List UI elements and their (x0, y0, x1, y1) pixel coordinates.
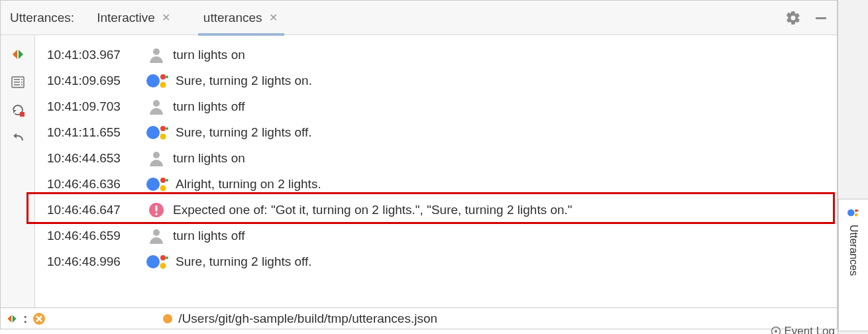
tab-utterances[interactable]: utterances ✕ (201, 1, 282, 35)
tab-bar: Utterances: Interactive ✕ utterances ✕ (1, 1, 837, 35)
svg-rect-8 (20, 112, 25, 117)
svg-point-26 (155, 213, 157, 215)
svg-point-12 (160, 82, 166, 87)
status-bar: : /Users/git/gh-sample/build/tmp/utteran… (0, 308, 838, 329)
svg-point-16 (160, 126, 166, 131)
user-icon (145, 149, 168, 168)
svg-point-11 (160, 74, 166, 80)
svg-point-5 (21, 79, 23, 80)
log-row[interactable]: 10:46:46.659 turn lights off (47, 223, 832, 249)
log-row[interactable]: 10:46:48.996 Sure, turning 2 lights off. (47, 249, 832, 274)
user-icon (145, 97, 168, 116)
status-path: /Users/git/gh-sample/build/tmp/utterance… (178, 311, 437, 326)
svg-point-28 (146, 255, 160, 268)
log-message: turn lights off (173, 99, 244, 114)
log-message: turn lights on (173, 48, 245, 62)
log-row[interactable]: 10:41:09.695 Sure, turning 2 lights on. (47, 68, 832, 93)
log-message: Sure, turning 2 lights on. (176, 74, 312, 88)
log-row[interactable]: 10:41:11.655 Sure, turning 2 lights off. (47, 119, 832, 145)
svg-point-35 (855, 209, 857, 212)
minimize-icon[interactable] (814, 11, 828, 25)
assistant-icon (145, 71, 170, 91)
panel-content: 10:41:03.967 turn lights on10:41:09.695 … (1, 35, 837, 307)
panel-title: Utterances: (10, 11, 74, 25)
close-icon[interactable]: ✕ (160, 13, 172, 23)
assistant-icon (145, 123, 170, 142)
log-area[interactable]: 10:41:03.967 turn lights on10:41:09.695 … (35, 35, 837, 307)
status-colon: : (23, 311, 27, 326)
log-row[interactable]: 10:46:46.647 Expected one of: "Got it, t… (47, 197, 832, 223)
svg-point-22 (160, 185, 166, 191)
svg-point-33 (163, 314, 172, 323)
svg-point-7 (21, 84, 23, 85)
layout-icon[interactable] (11, 75, 25, 89)
log-timestamp: 10:46:48.996 (47, 254, 140, 269)
svg-rect-25 (156, 205, 158, 211)
log-timestamp: 10:46:46.647 (47, 203, 140, 217)
toolbar-gutter (1, 35, 35, 307)
svg-point-37 (857, 210, 859, 211)
undo-icon[interactable] (11, 131, 25, 145)
svg-point-15 (146, 126, 160, 139)
status-close-icon[interactable] (32, 312, 46, 325)
log-timestamp: 10:46:44.653 (47, 151, 140, 166)
log-row[interactable]: 10:41:09.703 turn lights off (47, 93, 832, 119)
gear-icon[interactable] (785, 10, 801, 26)
svg-rect-0 (816, 17, 826, 19)
assistant-icon (145, 174, 170, 194)
svg-point-23 (166, 179, 168, 182)
log-message: Sure, turning 2 lights off. (176, 125, 312, 140)
tab-label: utterances (203, 11, 262, 25)
svg-point-27 (153, 229, 160, 236)
svg-point-39 (775, 330, 777, 333)
log-row[interactable]: 10:41:03.967 turn lights on (47, 42, 832, 68)
svg-point-9 (153, 48, 160, 55)
log-timestamp: 10:41:09.695 (47, 74, 140, 88)
event-log-button[interactable]: Event Log (771, 325, 835, 334)
utterances-panel: Utterances: Interactive ✕ utterances ✕ (0, 0, 838, 308)
assistant-icon (145, 252, 170, 272)
svg-point-13 (166, 76, 168, 78)
svg-point-36 (855, 213, 858, 217)
svg-point-31 (166, 256, 168, 259)
log-timestamp: 10:46:46.659 (47, 229, 140, 243)
svg-point-34 (847, 209, 855, 217)
user-icon (145, 227, 168, 245)
svg-point-14 (153, 100, 160, 107)
log-row[interactable]: 10:46:46.636 Alright, turning on 2 light… (47, 171, 832, 197)
log-message: turn lights on (173, 151, 245, 166)
tab-interactive[interactable]: Interactive ✕ (94, 1, 174, 35)
svg-point-21 (160, 178, 166, 183)
right-rail-tab-utterances[interactable]: Utterances (838, 199, 868, 331)
user-icon (145, 46, 168, 64)
log-message: Sure, turning 2 lights off. (176, 254, 312, 269)
rerun-icon[interactable] (11, 103, 25, 117)
warning-icon (145, 202, 168, 218)
event-log-label: Event Log (784, 325, 835, 334)
close-icon[interactable]: ✕ (268, 13, 279, 23)
svg-point-19 (153, 152, 160, 158)
log-timestamp: 10:46:46.636 (47, 177, 140, 192)
log-message: Expected one of: "Got it, turning on 2 l… (173, 203, 572, 217)
svg-point-30 (160, 262, 166, 268)
run-icon[interactable] (11, 47, 25, 62)
assistant-icon (847, 206, 860, 219)
right-rail: Utterances (838, 0, 868, 334)
svg-point-18 (166, 127, 168, 130)
svg-point-6 (21, 82, 23, 83)
log-timestamp: 10:41:11.655 (47, 125, 140, 140)
log-timestamp: 10:41:03.967 (47, 48, 140, 62)
tab-label: Interactive (97, 11, 155, 25)
status-dot-icon (162, 313, 173, 324)
right-rail-tab-label: Utterances (847, 225, 859, 276)
log-timestamp: 10:41:09.703 (47, 99, 140, 114)
svg-point-20 (146, 178, 160, 191)
log-row[interactable]: 10:46:44.653 turn lights on (47, 145, 832, 171)
run-icon[interactable] (6, 313, 18, 325)
svg-point-29 (160, 255, 166, 260)
log-message: Alright, turning on 2 lights. (176, 177, 321, 192)
log-message: turn lights off (173, 229, 244, 243)
svg-point-17 (160, 133, 166, 139)
svg-point-10 (146, 74, 160, 87)
